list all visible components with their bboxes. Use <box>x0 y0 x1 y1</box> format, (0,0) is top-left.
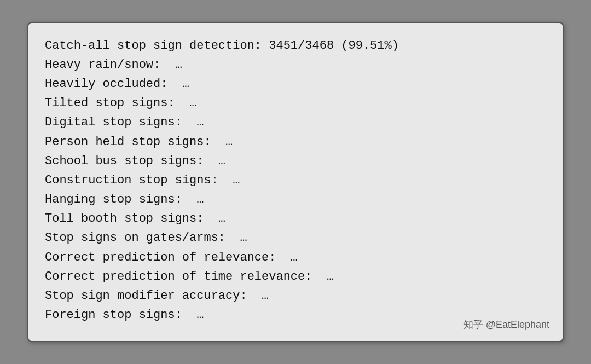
result-line-10: Stop signs on gates/arms: … <box>45 228 546 247</box>
watermark: 知乎 @EatElephant <box>463 318 549 331</box>
lines-container: Catch-all stop sign detection: 3451/3468… <box>45 36 546 325</box>
result-line-12: Correct prediction of time relevance: … <box>45 267 546 286</box>
result-line-7: Construction stop signs: … <box>45 171 546 190</box>
result-line-11: Correct prediction of relevance: … <box>45 248 546 267</box>
result-line-1: Heavy rain/snow: … <box>45 55 546 74</box>
result-line-13: Stop sign modifier accuracy: … <box>45 286 546 305</box>
result-line-0: Catch-all stop sign detection: 3451/3468… <box>45 36 546 55</box>
result-line-6: School bus stop signs: … <box>45 152 546 171</box>
result-line-9: Toll booth stop signs: … <box>45 209 546 228</box>
result-line-8: Hanging stop signs: … <box>45 190 546 209</box>
result-line-2: Heavily occluded: … <box>45 74 546 94</box>
result-line-3: Tilted stop signs: … <box>45 94 546 113</box>
results-card: Catch-all stop sign detection: 3451/3468… <box>27 22 564 343</box>
result-line-5: Person held stop signs: … <box>45 132 546 152</box>
result-line-4: Digital stop signs: … <box>45 113 546 132</box>
